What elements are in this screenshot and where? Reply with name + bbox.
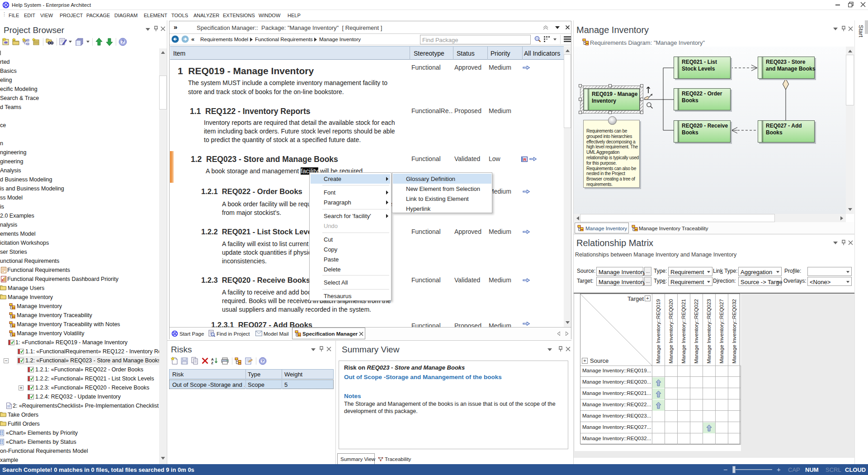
svg-text:R: R [524, 157, 527, 162]
svg-text:Z: Z [211, 361, 213, 365]
svg-text:?: ? [121, 39, 124, 44]
svg-text:?: ? [261, 358, 264, 363]
